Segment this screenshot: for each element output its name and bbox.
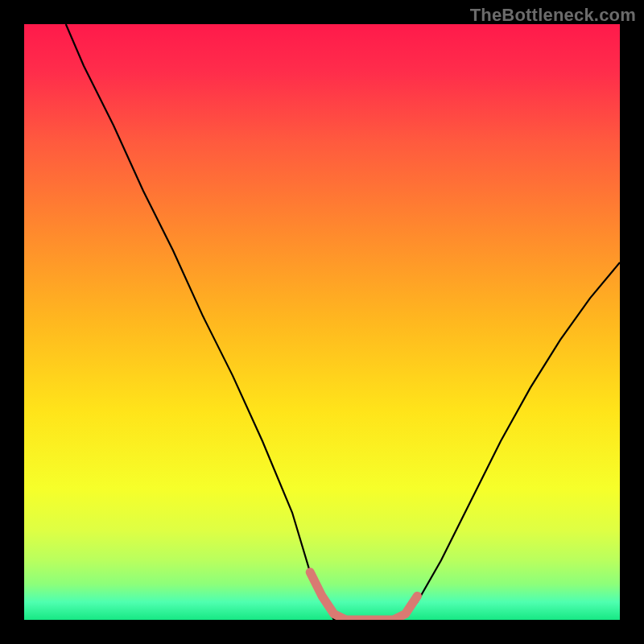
plot-area	[24, 24, 620, 620]
bottom-highlight	[310, 572, 417, 620]
chart-frame: TheBottleneck.com	[0, 0, 644, 644]
watermark-text: TheBottleneck.com	[470, 5, 636, 26]
chart-curves	[24, 24, 620, 620]
bottleneck-curve	[66, 24, 620, 620]
